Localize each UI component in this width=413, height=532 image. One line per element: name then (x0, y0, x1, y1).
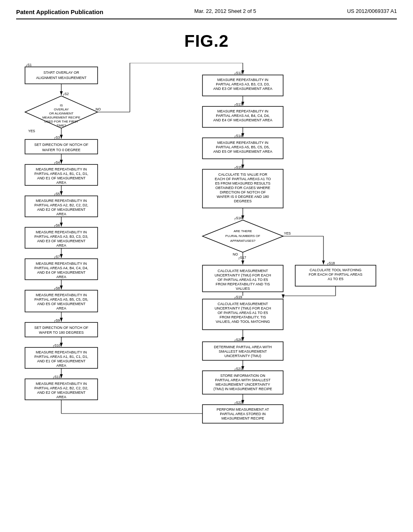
svg-text:DIRECTION OF NOTCH OF: DIRECTION OF NOTCH OF (220, 190, 266, 194)
svg-text:PARTIAL AREAS A4, B4, C4, D4,: PARTIAL AREAS A4, B4, C4, D4, (216, 114, 269, 118)
svg-text:┌S6: ┌S6 (53, 223, 60, 228)
svg-text:OBTAINED FOR CASES WHERE: OBTAINED FOR CASES WHERE (215, 186, 270, 190)
svg-text:PARTIAL AREA STORED IN: PARTIAL AREA STORED IN (220, 412, 266, 416)
svg-text:AND E4 OF MEASUREMENT: AND E4 OF MEASUREMENT (37, 270, 86, 274)
publication-number: US 2012/0069337 A1 (347, 8, 397, 14)
svg-text:MEASURE REPEATABILITY IN: MEASURE REPEATABILITY IN (36, 382, 87, 386)
svg-text:OVERLAY: OVERLAY (54, 108, 69, 111)
svg-text:TIME?: TIME? (56, 124, 66, 127)
svg-text:MEASURE REPEATABILITY IN: MEASURE REPEATABILITY IN (217, 78, 269, 82)
svg-text:MEASURE REPEATABILITY IN: MEASURE REPEATABILITY IN (217, 141, 269, 145)
svg-text:PARTIAL AREAS A2, B2, C2, D2,: PARTIAL AREAS A2, B2, C2, D2, (34, 203, 88, 207)
svg-text:MEASUREMENT UNCERTAINTY: MEASUREMENT UNCERTAINTY (215, 382, 270, 387)
svg-text:AREA: AREA (56, 243, 67, 247)
svg-text:A1 TO E5: A1 TO E5 (327, 277, 343, 281)
svg-text:AREA: AREA (56, 306, 67, 310)
svg-text:CALCULATE TOOL MATCHING: CALCULATE TOOL MATCHING (310, 268, 362, 272)
svg-text:┌S10: ┌S10 (52, 343, 60, 348)
svg-text:AREA: AREA (56, 275, 67, 279)
svg-text:MEASURE REPEATABILITY IN: MEASURE REPEATABILITY IN (36, 230, 87, 234)
svg-text:AND E3 OF MEASUREMENT: AND E3 OF MEASUREMENT (37, 239, 86, 243)
svg-text:AND E3 OF MEASUREMENT AREA: AND E3 OF MEASUREMENT AREA (213, 87, 272, 91)
svg-text:MEASURE REPEATABILITY IN: MEASURE REPEATABILITY IN (36, 350, 87, 354)
svg-text:PARTIAL AREAS A4, B4, C4, D4,: PARTIAL AREAS A4, B4, C4, D4, (34, 266, 88, 270)
svg-text:WAFER IS 0 DEGREE AND 180: WAFER IS 0 DEGREE AND 180 (217, 195, 269, 199)
svg-text:┌S15: ┌S15 (234, 165, 242, 170)
svg-text:PERFORM MEASUREMENT AT: PERFORM MEASUREMENT AT (217, 407, 269, 411)
svg-text:┌S22: ┌S22 (234, 401, 242, 405)
svg-text:OR ALIGNMENT: OR ALIGNMENT (49, 112, 74, 115)
svg-text:ARE THERE: ARE THERE (234, 229, 252, 233)
svg-text:PARTIAL AREAS A5, B5, C5, D5,: PARTIAL AREAS A5, B5, C5, D5, (216, 145, 269, 149)
svg-text:AND E2 OF MEASUREMENT: AND E2 OF MEASUREMENT (37, 391, 86, 395)
svg-text:SMALLEST MEASUREMENT: SMALLEST MEASUREMENT (219, 349, 267, 353)
svg-text:NO: NO (96, 107, 101, 111)
svg-text:AND E1 OF MEASUREMENT: AND E1 OF MEASUREMENT (37, 359, 86, 363)
svg-text:┌S1: ┌S1 (25, 63, 32, 67)
svg-text:MEASUREMENT RECIPE: MEASUREMENT RECIPE (42, 116, 80, 119)
svg-text:┌S21: ┌S21 (234, 367, 242, 371)
svg-text:┌S16: ┌S16 (234, 216, 242, 220)
svg-text:(TMU) IN MEASUREMENT RECIPE: (TMU) IN MEASUREMENT RECIPE (213, 387, 272, 391)
svg-text:AREA: AREA (56, 181, 67, 185)
svg-text:┌S2: ┌S2 (62, 92, 69, 96)
svg-text:STORE INFORMATION ON: STORE INFORMATION ON (220, 374, 265, 378)
publication-title: Patent Application Publication (16, 8, 103, 16)
svg-text:PARTIAL AREAS A1, B1, C1, D1,: PARTIAL AREAS A1, B1, C1, D1, (34, 172, 88, 176)
svg-text:AREA: AREA (56, 364, 67, 368)
svg-text:E5 FROM MEASURED RESULTS: E5 FROM MEASURED RESULTS (215, 181, 271, 185)
svg-text:MEASURE REPEATABILITY IN: MEASURE REPEATABILITY IN (217, 109, 269, 113)
svg-text:FOR EACH OF PARTIAL AREAS: FOR EACH OF PARTIAL AREAS (309, 272, 363, 276)
svg-text:┌S17: ┌S17 (238, 256, 246, 260)
svg-text:AND E5 OF MEASUREMENT: AND E5 OF MEASUREMENT (37, 302, 86, 306)
svg-text:PARTIAL AREAS A3, B3, C3, D3,: PARTIAL AREAS A3, B3, C3, D3, (34, 235, 88, 239)
svg-text:CALCULATE TIS VALUE FOR: CALCULATE TIS VALUE FOR (218, 172, 267, 177)
svg-text:┌S20: ┌S20 (234, 338, 242, 342)
svg-text:START OVERLAY OR: START OVERLAY OR (44, 71, 79, 75)
svg-text:MEASURE REPEATABILITY IN: MEASURE REPEATABILITY IN (36, 199, 87, 203)
svg-text:AND E1 OF MEASUREMENT: AND E1 OF MEASUREMENT (37, 176, 86, 180)
svg-text:AREA: AREA (56, 212, 67, 216)
publication-date: Mar. 22, 2012 Sheet 2 of 5 (194, 8, 256, 14)
svg-text:CALCULATE MEASUREMENT: CALCULATE MEASUREMENT (218, 302, 268, 306)
svg-text:MEASUREMENT RECIPE: MEASUREMENT RECIPE (221, 416, 264, 420)
svg-text:┌S7: ┌S7 (53, 255, 60, 259)
svg-text:VALUES, AND TOOL MATCHING: VALUES, AND TOOL MATCHING (216, 320, 270, 324)
svg-text:AND E5 OF MEASUREMENT AREA: AND E5 OF MEASUREMENT AREA (213, 150, 272, 154)
flowchart-svg: START OVERLAY OR ALIGNMENT MEASUREMENT ┌… (17, 63, 396, 514)
svg-text:AREA: AREA (56, 395, 67, 399)
svg-text:OF PARTIAL AREAS A1 TO E5: OF PARTIAL AREAS A1 TO E5 (217, 278, 268, 282)
svg-text:IS: IS (60, 104, 63, 107)
svg-text:SET DIRECTION OF NOTCH OF: SET DIRECTION OF NOTCH OF (34, 326, 88, 330)
svg-text:PLURAL NUMBERS OF: PLURAL NUMBERS OF (225, 234, 261, 238)
svg-text:┌S13: ┌S13 (234, 102, 242, 107)
svg-text:┌S11: ┌S11 (52, 375, 60, 379)
svg-text:VALUES: VALUES (236, 287, 250, 291)
svg-text:EACH OF PARTIAL AREAS A1 TO: EACH OF PARTIAL AREAS A1 TO (215, 177, 271, 181)
svg-text:PARTIAL AREAS A2, B2, C2, D2,: PARTIAL AREAS A2, B2, C2, D2, (34, 386, 88, 390)
figure-title: FIG.2 (16, 31, 397, 51)
svg-text:FROM REPEATABILITY AND TIS: FROM REPEATABILITY AND TIS (216, 282, 270, 286)
svg-text:┌S14: ┌S14 (234, 134, 242, 138)
svg-text:MEASURE REPEATABILITY IN: MEASURE REPEATABILITY IN (36, 262, 87, 266)
svg-text:APPARATUSES?: APPARATUSES? (230, 239, 256, 243)
svg-text:CALCULATE MEASUREMENT: CALCULATE MEASUREMENT (218, 269, 268, 273)
svg-text:┌S19: ┌S19 (234, 295, 242, 299)
svg-text:YES: YES (28, 129, 35, 133)
svg-text:WAFER TO 0 DEGREE: WAFER TO 0 DEGREE (42, 148, 81, 152)
svg-text:AND E2 OF MEASUREMENT: AND E2 OF MEASUREMENT (37, 208, 86, 212)
svg-text:SET DIRECTION OF NOTCH OF: SET DIRECTION OF NOTCH OF (34, 143, 88, 147)
svg-text:FROM REPEATABILITY, TIS: FROM REPEATABILITY, TIS (220, 315, 266, 319)
svg-rect-1 (25, 67, 98, 84)
svg-text:PARTIAL AREAS A5, B5, C5, D5,: PARTIAL AREAS A5, B5, C5, D5, (34, 297, 88, 301)
svg-text:USED FOR THE FIRST: USED FOR THE FIRST (44, 120, 79, 123)
svg-text:┌S4: ┌S4 (53, 160, 60, 165)
svg-text:UNCERTAINTY (TMU) FOR EACH: UNCERTAINTY (TMU) FOR EACH (215, 306, 271, 310)
page-header: Patent Application Publication Mar. 22, … (16, 8, 397, 19)
svg-text:┌S3: ┌S3 (53, 135, 60, 140)
svg-text:UNCERTAINTY (TMU) FOR EACH: UNCERTAINTY (TMU) FOR EACH (215, 273, 271, 277)
svg-text:MEASURE REPEATABILITY IN: MEASURE REPEATABILITY IN (36, 293, 87, 297)
svg-text:┌S18: ┌S18 (326, 261, 335, 266)
svg-text:WAFER TO 180 DEGREES: WAFER TO 180 DEGREES (39, 330, 84, 335)
svg-text:ALIGNMENT MEASUREMENT: ALIGNMENT MEASUREMENT (36, 76, 87, 80)
